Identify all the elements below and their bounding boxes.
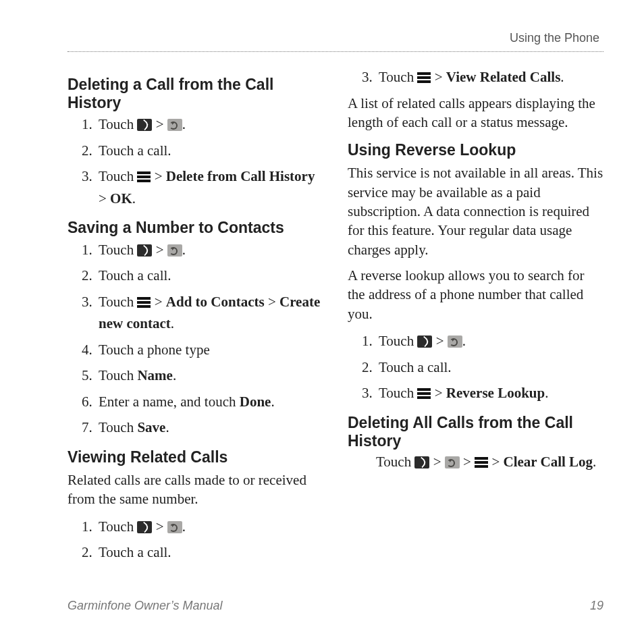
step: Touch Save. xyxy=(96,417,323,439)
steps-related-calls-cont: Touch > View Related Calls. xyxy=(348,66,603,88)
heading-delete-call: Deleting a Call from the Call History xyxy=(68,76,323,112)
menu-icon xyxy=(475,457,488,468)
call-history-icon xyxy=(448,336,462,348)
steps-related-calls: Touch > . Touch a call. xyxy=(68,516,323,564)
paragraph: A reverse lookup allows you to search fo… xyxy=(348,266,603,323)
steps-save-number: Touch > . Touch a call. Touch > Add to C… xyxy=(68,239,323,439)
step: Touch Name. xyxy=(96,365,323,387)
paragraph: Related calls are calls made to or recei… xyxy=(68,471,323,509)
step: Touch > > > Clear Call Log. xyxy=(376,452,603,472)
step: Touch > Delete from Call History > OK. xyxy=(96,165,323,209)
two-column-body: Deleting a Call from the Call History To… xyxy=(68,66,603,583)
phone-icon xyxy=(137,119,152,131)
step: Touch > . xyxy=(96,516,323,538)
step: Touch > . xyxy=(96,113,323,136)
page-number: 19 xyxy=(590,599,603,613)
step: Touch a call. xyxy=(376,356,603,379)
call-history-icon xyxy=(167,521,182,533)
step: Touch > View Related Calls. xyxy=(376,66,603,88)
phone-icon xyxy=(137,521,152,533)
step: Touch > Add to Contacts > Create new con… xyxy=(96,291,323,335)
step: Touch > . xyxy=(96,239,323,261)
step: Touch a phone type xyxy=(96,339,323,361)
heading-reverse-lookup: Using Reverse Lookup xyxy=(348,141,603,159)
paragraph: A list of related calls appears displayi… xyxy=(348,94,603,132)
menu-icon xyxy=(137,171,151,182)
phone-icon xyxy=(417,336,432,348)
page-footer: Garminfone Owner’s Manual 19 xyxy=(68,599,603,613)
running-header: Using the Phone xyxy=(510,31,599,45)
menu-icon xyxy=(417,388,431,399)
step: Touch a call. xyxy=(96,265,323,287)
paragraph: This service is not available in all are… xyxy=(348,163,603,259)
steps-delete-call: Touch > . Touch a call. Touch > Delete f… xyxy=(68,113,323,209)
step: Enter a name, and touch Done. xyxy=(96,391,323,413)
step: Touch > Reverse Lookup. xyxy=(376,382,603,404)
call-history-icon xyxy=(167,119,182,131)
manual-page: Using the Phone Deleting a Call from the… xyxy=(0,0,644,644)
step: Touch > . xyxy=(376,330,603,352)
header-rule xyxy=(68,51,603,52)
call-history-icon xyxy=(167,244,182,257)
step: Touch a call. xyxy=(96,541,323,564)
heading-delete-all: Deleting All Calls from the Call History xyxy=(348,414,603,450)
phone-icon xyxy=(414,456,429,468)
heading-related-calls: Viewing Related Calls xyxy=(68,448,323,466)
manual-title: Garminfone Owner’s Manual xyxy=(68,599,222,613)
phone-icon xyxy=(137,244,152,257)
heading-save-number: Saving a Number to Contacts xyxy=(68,219,323,237)
menu-icon xyxy=(417,72,431,83)
step: Touch a call. xyxy=(96,140,323,162)
menu-icon xyxy=(137,297,151,308)
steps-reverse-lookup: Touch > . Touch a call. Touch > Reverse … xyxy=(348,330,603,404)
call-history-icon xyxy=(445,456,460,468)
